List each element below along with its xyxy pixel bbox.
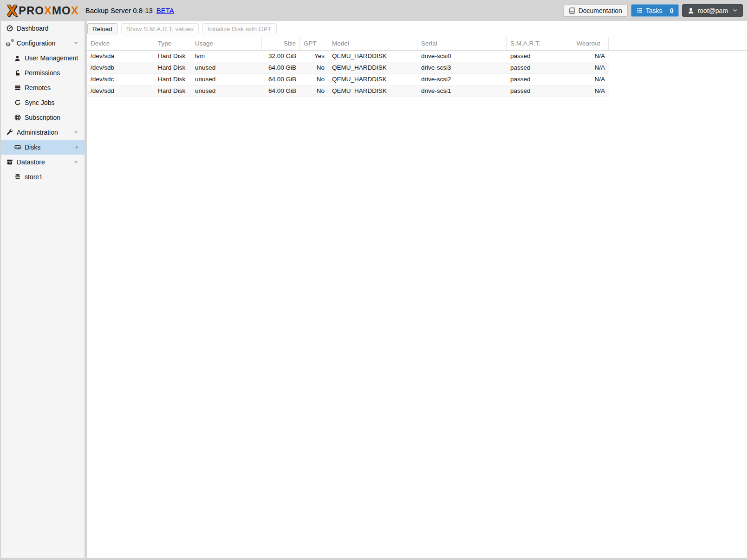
collapse-arrow-icon[interactable] [74, 161, 78, 163]
cell-type: Hard Disk [154, 62, 191, 73]
documentation-label: Documentation [579, 7, 622, 14]
table-row[interactable]: /dev/sdb Hard Disk unused 64.00 GiB No Q… [87, 62, 609, 74]
cell-wearout: N/A [568, 85, 609, 97]
tasks-label: Tasks [646, 7, 663, 14]
cell-model: QEMU_HARDDISK [328, 74, 417, 85]
sidebar-item-sync-jobs[interactable]: Sync Jobs [1, 95, 85, 110]
sidebar-item-dashboard[interactable]: Dashboard [1, 21, 85, 36]
user-icon [688, 7, 694, 14]
sidebar-item-remotes[interactable]: Remotes [1, 80, 85, 95]
cell-size: 64.00 GiB [262, 74, 300, 85]
cell-gpt: No [300, 62, 328, 73]
server-list-icon [13, 85, 21, 91]
cell-type: Hard Disk [154, 51, 191, 62]
navigation-sidebar: Dashboard ⚙⚙ Configuration User Manageme… [1, 21, 85, 558]
cell-wearout: N/A [568, 51, 609, 62]
collapse-arrow-icon[interactable] [74, 131, 78, 134]
cell-size: 64.00 GiB [262, 85, 300, 97]
column-header-type[interactable]: Type [154, 37, 191, 50]
column-header-serial[interactable]: Serial [417, 37, 507, 50]
sidebar-item-label: Configuration [17, 39, 55, 47]
expand-arrow-icon[interactable] [76, 145, 78, 149]
dashboard-icon [6, 25, 13, 32]
cell-smart: passed [507, 74, 568, 85]
task-list-icon [637, 7, 643, 13]
sidebar-item-label: Datastore [17, 158, 45, 166]
cell-wearout: N/A [568, 74, 609, 85]
cell-usage: lvm [191, 51, 262, 62]
grid-body: /dev/sda Hard Disk lvm 32.00 GiB Yes QEM… [87, 51, 747, 97]
initialize-disk-gpt-button: Initialize Disk with GPT [202, 23, 277, 34]
book-icon [569, 7, 575, 14]
cell-size: 64.00 GiB [262, 62, 300, 73]
grid-header-filler [609, 37, 747, 50]
tasks-count-badge: 0 [670, 7, 674, 14]
sidebar-item-user-management[interactable]: User Management [1, 51, 85, 65]
column-header-smart[interactable]: S.M.A.R.T. [507, 37, 568, 50]
cell-size: 32.00 GiB [262, 51, 300, 62]
cell-smart: passed [507, 51, 568, 62]
disks-grid: Device Type Usage Size GPT Model Serial … [87, 37, 747, 97]
sidebar-item-permissions[interactable]: Permissions [1, 65, 85, 80]
app-title: Backup Server 0.8-13 [85, 7, 153, 14]
life-ring-icon [13, 114, 21, 121]
show-smart-values-button: Show S.M.A.R.T. values [121, 23, 199, 34]
column-header-device[interactable]: Device [87, 37, 154, 50]
cell-gpt: Yes [300, 51, 328, 62]
sidebar-item-label: store1 [25, 173, 43, 181]
cell-type: Hard Disk [154, 85, 191, 97]
sidebar-item-configuration[interactable]: ⚙⚙ Configuration [1, 36, 85, 51]
sidebar-item-datastore[interactable]: Datastore [1, 155, 85, 169]
chevron-down-icon [733, 9, 737, 12]
user-icon [13, 55, 21, 61]
collapse-arrow-icon[interactable] [74, 42, 78, 45]
column-header-size[interactable]: Size [262, 37, 300, 50]
cell-usage: unused [191, 74, 262, 85]
unlock-icon [13, 70, 21, 76]
cell-smart: passed [507, 85, 568, 97]
sidebar-item-label: Administration [17, 129, 58, 136]
cell-model: QEMU_HARDDISK [328, 62, 417, 73]
proxmox-logo-mark: X [7, 3, 17, 18]
sidebar-item-label: Disks [25, 143, 40, 151]
documentation-button[interactable]: Documentation [563, 4, 628, 17]
sidebar-item-label: Remotes [25, 84, 51, 91]
sidebar-item-subscription[interactable]: Subscription [1, 110, 85, 125]
column-header-model[interactable]: Model [328, 37, 417, 50]
disks-toolbar: Reload Show S.M.A.R.T. values Initialize… [87, 21, 747, 37]
column-header-gpt[interactable]: GPT [300, 37, 328, 50]
sidebar-item-label: Dashboard [17, 25, 49, 32]
user-menu-button[interactable]: root@pam [682, 4, 743, 17]
wrench-icon [6, 129, 13, 136]
cell-gpt: No [300, 85, 328, 97]
sidebar-item-administration[interactable]: Administration [1, 125, 85, 140]
main-wrapper: Dashboard ⚙⚙ Configuration User Manageme… [1, 21, 747, 558]
cell-type: Hard Disk [154, 74, 191, 85]
sidebar-item-store1[interactable]: store1 [1, 169, 85, 184]
beta-link[interactable]: BETA [156, 7, 174, 14]
cell-model: QEMU_HARDDISK [328, 85, 417, 97]
database-icon [13, 174, 21, 180]
cell-usage: unused [191, 85, 262, 97]
cell-smart: passed [507, 62, 568, 73]
table-row[interactable]: /dev/sdc Hard Disk unused 64.00 GiB No Q… [87, 74, 609, 85]
sidebar-item-label: User Management [25, 54, 78, 62]
column-header-usage[interactable]: Usage [191, 37, 262, 50]
cell-serial: drive-scsi0 [417, 51, 507, 62]
sidebar-item-disks[interactable]: Disks [1, 140, 85, 155]
sidebar-item-label: Sync Jobs [25, 99, 55, 106]
table-row[interactable]: /dev/sdd Hard Disk unused 64.00 GiB No Q… [87, 85, 609, 97]
cell-gpt: No [300, 74, 328, 85]
content-panel: Reload Show S.M.A.R.T. values Initialize… [87, 21, 747, 558]
hard-disk-icon [13, 144, 21, 150]
tasks-button[interactable]: Tasks 0 [631, 4, 679, 17]
table-row[interactable]: /dev/sda Hard Disk lvm 32.00 GiB Yes QEM… [87, 51, 609, 62]
archive-box-icon [6, 159, 13, 165]
reload-button[interactable]: Reload [87, 23, 117, 34]
cell-device: /dev/sdb [87, 62, 154, 73]
cell-serial: drive-scsi1 [417, 85, 507, 97]
cell-model: QEMU_HARDDISK [328, 51, 417, 62]
cell-device: /dev/sda [87, 51, 154, 62]
column-header-wearout[interactable]: Wearout [568, 37, 609, 50]
proxmox-logo: X PROXMOX [7, 3, 79, 18]
